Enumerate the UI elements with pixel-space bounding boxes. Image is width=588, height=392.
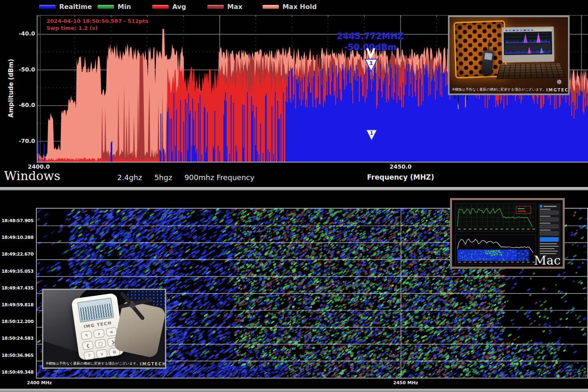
resolution-field[interactable] [540,232,559,235]
inset-device-photo: IMG TECH ↰ ∧ ≡ ❮ ◯ ❯ ? ∨ ⚙ ※機種は予告なく最新の機材… [42,289,166,369]
status-line [540,248,555,249]
band-tab-5ghz[interactable]: 5hgz [154,173,172,182]
legend-item-max[interactable]: Max [207,3,243,11]
y-axis-tick: -40.0 [14,30,35,37]
trace-legend: Realtime Min Avg Max Max Hold [39,3,317,11]
start-mhz-field[interactable] [540,211,559,214]
mac-spectrum-chart [455,203,536,232]
waterfall-timestamp: 18:50:49.348 [0,370,34,375]
bottom-bar [0,389,588,392]
panel-divider [0,187,588,190]
back-button-icon: ↰ [80,330,92,340]
up-button-icon: ∧ [93,329,105,338]
field-label [540,229,550,231]
help-button-icon: ? [83,351,95,360]
ok-button-icon: ◯ [95,339,107,348]
field-label [540,209,550,210]
scan-button[interactable] [540,237,559,242]
drone-logo-icon: ✵ [556,78,562,86]
legend-label: Max [227,3,243,11]
waterfall-timestamp: 18:49:59.818 [0,302,34,307]
sweep-timestamp: 2024-04-10 18:50:50.587 - 512pts [47,18,148,24]
status-line [540,246,559,247]
waterfall-timestamp: 18:49:35.053 [0,269,34,274]
legend-label: Realtime [59,3,92,11]
brand-watermark: IMGTECH [140,362,166,366]
marker-1-handle[interactable]: 1 [364,58,379,74]
legend-label: Avg [172,3,186,11]
legend-item-maxhold[interactable]: Max Hold [263,3,317,11]
brand-watermark: IMGTECH [546,88,570,92]
field-label [540,216,550,217]
threshold-field[interactable] [540,225,559,228]
windows-caption: Windows [4,169,60,183]
band-tab-900mhz[interactable]: 900mhz Frequency [185,173,254,182]
disclaimer-caption: ※機種は予告なく最新の機材に変更する場合がございます。 [46,361,140,366]
waterfall-timestamp: 18:48:57.905 [0,218,34,223]
min-swatch-icon [98,5,114,9]
drone [113,300,166,359]
x-axis-tick: 2450.0 [384,163,417,170]
legend-item-avg[interactable]: Avg [152,3,186,11]
waterfall-x-tick: 2450 MHz [393,380,418,385]
photo-caption-row: ※機種は予告なく最新の機材に変更する場合がございます。 IMGTECH [452,87,566,92]
avg-swatch-icon [152,5,169,9]
sweep-time: Swp time: 1.2 (s) [47,24,148,31]
waterfall-timestamp: 18:49:47.435 [0,285,34,291]
legend-label: Max Hold [283,3,317,11]
field-label [540,223,550,224]
svg-text:1: 1 [369,60,373,66]
spectrum-analyzer-screen: Realtime Min Avg Max Max Hold Amplitude … [0,0,588,392]
lcd-spectrum-bars [80,303,112,321]
y-axis-line [40,16,40,162]
checkbox-icon [540,205,542,207]
mac-spectrum-canvas [456,204,535,231]
waterfall-x-tick: 2400 MHz [27,380,52,385]
device-lcd-screen [77,298,114,323]
legend-label: Min [118,3,131,11]
status-line [540,251,558,252]
mac-waterfall-canvas [456,235,535,263]
y-axis-tick: -60.0 [14,102,35,108]
left-button-icon: ❮ [82,341,94,350]
mac-waterfall-chart [455,234,536,265]
waterfall-timestamp: 18:49:10.288 [0,235,34,240]
mac-checkbox-row [540,205,559,207]
marker-1-handle[interactable]: 1 [365,129,378,143]
laptop-keyboard [496,63,566,79]
max-swatch-icon [207,5,224,9]
legend-item-min[interactable]: Min [98,3,131,11]
status-line [540,243,557,245]
disclaimer-caption: ※機種は予告なく最新の機材に変更する場合がございます。 [452,87,546,92]
waterfall-timestamp: 18:49:22.670 [0,252,34,257]
laptop-screen [503,28,552,55]
svg-text:1: 1 [370,130,373,136]
legend-item-realtime[interactable]: Realtime [39,3,92,11]
maxhold-swatch-icon [263,5,279,9]
waterfall-timestamp: 18:50:24.583 [0,336,34,341]
sweep-status-text: 2024-04-10 18:50:50.587 - 512pts Swp tim… [47,18,148,31]
waterfall-timestamp: 18:50:12.200 [0,319,34,324]
realtime-swatch-icon [39,5,56,9]
y-axis-tick: -70.0 [14,138,35,144]
down-button-icon: ∨ [96,349,108,359]
setting-label [543,206,557,207]
waterfall-timestamp: 18:50:36.965 [0,353,34,358]
band-tab-24ghz[interactable]: 2.4ghz [117,173,142,182]
mac-caption: Mac [534,253,561,267]
inset-windows-photo: ✵ ※機種は予告なく最新の機材に変更する場合がございます。 IMGTECH [448,16,570,95]
stop-mhz-field[interactable] [540,218,559,221]
frequency-axis-label: Frequency (MHZ) [360,173,441,181]
amplitude-axis-label: Amplitude (dBm) [7,56,16,121]
cursor-icon [365,48,377,59]
y-axis-tick: -50.0 [14,66,35,73]
laptop [501,27,554,62]
inset-mac-screenshot: Mac [450,198,565,269]
marker-frequency: 2445.772MHZ [325,31,415,42]
band-tabs: 2.4ghz 5hgz 900mhz Frequency [117,173,254,182]
photo-caption-row: ※機種は予告なく最新の機材に変更する場合がございます。 IMGTECH [46,361,163,366]
handheld-device: IMG TECH ↰ ∧ ≡ ❮ ◯ ❯ ? ∨ ⚙ [71,293,125,361]
